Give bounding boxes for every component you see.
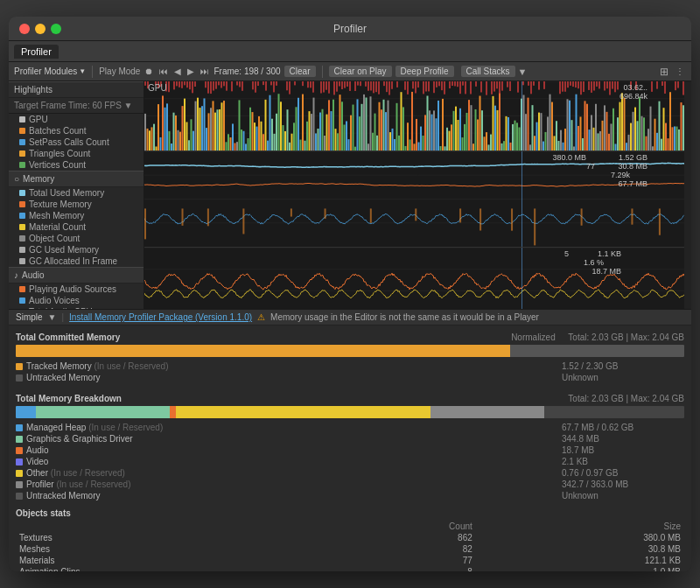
breakdown-bar: [16, 406, 684, 418]
untracked2-name: Untracked Memory: [26, 491, 558, 500]
gc-allocated-frame-item[interactable]: GC Allocated In Frame: [9, 256, 144, 267]
audio-voices-item[interactable]: Audio Voices: [9, 295, 144, 306]
video-name: Video: [26, 457, 558, 466]
modules-button[interactable]: Profiler Modules ▼: [14, 66, 86, 76]
bottom-panel: Simple ▼ | Install Memory Profiler Packa…: [9, 309, 691, 571]
table-row[interactable]: Animation Clips 8 1.0 MB: [16, 566, 684, 571]
cpu-value-2: 696.84k: [620, 92, 648, 101]
other-name: Other (In use / Reserved): [26, 468, 558, 478]
modules-label: Profiler Modules: [14, 66, 77, 76]
simple-label[interactable]: Simple: [16, 312, 43, 322]
meshes-count: 82: [333, 543, 476, 555]
graphics-bar2: [49, 406, 170, 418]
info-bar: Simple ▼ | Install Memory Profiler Packa…: [9, 310, 691, 326]
normalized-right: Normalized Total: 2.03 GB | Max: 2.04 GB: [511, 332, 684, 342]
table-row[interactable]: Meshes 82 30.8 MB: [16, 543, 684, 555]
table-row[interactable]: Textures 862 380.0 MB: [16, 532, 684, 543]
tracked-color-dot: [16, 363, 23, 370]
warning-icon: ⚠: [257, 312, 265, 322]
audio-value-4: 18.7 MB: [592, 267, 621, 276]
tracked-bar-segment: [16, 345, 510, 357]
profiler-value: 342.7 / 363.0 MB: [562, 480, 684, 489]
audio-section-header[interactable]: ♪ Audio: [9, 267, 144, 284]
breakdown-right: Total: 2.03 GB | Max: 2.04 GB: [568, 394, 684, 403]
tracked-memory-name: Tracked Memory (In use / Reserved): [26, 361, 558, 371]
graphics-bar: [36, 406, 49, 418]
graphics-dot: [16, 436, 23, 443]
batches-count-dot: [19, 128, 25, 134]
textures-size: 380.0 MB: [476, 532, 684, 543]
texture-memory-item[interactable]: Texture Memory: [9, 199, 144, 210]
profiler-tab[interactable]: Profiler: [14, 45, 59, 59]
playing-audio-dot: [19, 286, 25, 292]
step-back-button[interactable]: ◀: [172, 66, 183, 76]
materials-count: 77: [333, 555, 476, 566]
install-label[interactable]: Install Memory Profiler Package (Version…: [69, 312, 252, 322]
record-button[interactable]: ⏺: [143, 66, 155, 76]
gpu-item[interactable]: GPU: [9, 114, 144, 125]
animation-clips-label: Animation Clips: [16, 566, 333, 571]
meshes-label: Meshes: [16, 543, 333, 555]
texture-memory-dot: [19, 201, 25, 207]
separator2: [322, 66, 323, 78]
arrow-down-icon: ▼: [518, 66, 528, 77]
clear-on-play-button[interactable]: Clear on Play: [329, 66, 392, 77]
other-detail: (In use / Reserved): [51, 468, 125, 478]
close-button[interactable]: [19, 24, 30, 34]
step-forward-button[interactable]: ▶: [186, 66, 196, 76]
managed-heap-detail: (In use / Reserved): [88, 423, 163, 432]
scrollbar[interactable]: [684, 81, 691, 309]
tracked-detail: (In use / Reserved): [94, 361, 168, 371]
graphics-row: Graphics & Graphics Driver 344.8 MB: [16, 433, 684, 444]
mesh-memory-item[interactable]: Mesh Memory: [9, 210, 144, 221]
video-row: Video 2.1 KB: [16, 456, 684, 467]
object-count-item[interactable]: Object Count: [9, 233, 144, 244]
managed-heap-row: Managed Heap (In use / Reserved) 67.7 MB…: [16, 422, 684, 433]
total-committed-section: Total Committed Memory Normalized Total:…: [9, 326, 691, 387]
setpass-count-item[interactable]: SetPass Calls Count: [9, 136, 144, 148]
target-frame[interactable]: Target Frame Time: 60 FPS ▼: [9, 98, 144, 114]
objects-stats-section: Objects stats Count Size Textures 862: [9, 505, 691, 571]
tab-bar: Profiler: [9, 41, 691, 62]
tracked-memory-value: 1.52 / 2.30 GB: [562, 361, 684, 371]
audio-value-2: 5: [564, 249, 569, 258]
animation-clips-count: 8: [333, 566, 476, 571]
vertices-count-item[interactable]: Vertices Count: [9, 159, 144, 171]
untracked-color-dot: [16, 374, 23, 382]
call-stacks-button[interactable]: Call Stacks: [461, 66, 515, 77]
managed-heap-value: 67.7 MB / 0.62 GB: [562, 423, 684, 432]
audio-breakdown-row: Audio 18.7 MB: [16, 444, 684, 456]
untracked2-row: Untracked Memory Unknown: [16, 490, 684, 501]
chevron-down-icon: ▼: [79, 67, 86, 75]
clear-button[interactable]: Clear: [284, 66, 316, 77]
layout-button[interactable]: ⊞: [658, 66, 670, 78]
graphics-value: 344.8 MB: [562, 434, 684, 444]
maximize-button[interactable]: [51, 24, 61, 34]
untracked-memory-value: Unknown: [562, 373, 684, 382]
materials-size: 121.1 KB: [476, 555, 684, 566]
highlights-section-header[interactable]: Highlights: [9, 81, 144, 98]
audio-icon: ♪: [14, 270, 18, 280]
next-frame-button[interactable]: ⏭: [199, 66, 211, 76]
total-used-memory-item[interactable]: Total Used Memory: [9, 187, 144, 199]
cpu-graph-section: GPU 03.62.. 696.84k: [144, 81, 691, 151]
untracked2-value: Unknown: [562, 491, 684, 500]
playing-audio-item[interactable]: Playing Audio Sources: [9, 284, 144, 295]
gc-used-memory-item[interactable]: GC Used Memory: [9, 244, 144, 256]
prev-frame-button[interactable]: ⏮: [158, 66, 170, 76]
managed-heap-name: Managed Heap (In use / Reserved): [26, 423, 558, 432]
col-name-header: [16, 521, 333, 532]
triangles-count-item[interactable]: Triangles Count: [9, 148, 144, 159]
other-bar: [176, 406, 430, 418]
untracked-memory-name: Untracked Memory: [26, 373, 558, 382]
content-area: Highlights Target Frame Time: 60 FPS ▼ G…: [9, 81, 691, 571]
options-button[interactable]: ⋮: [674, 66, 686, 76]
minimize-button[interactable]: [35, 24, 46, 34]
deep-profile-button[interactable]: Deep Profile: [396, 66, 454, 77]
memory-section-header[interactable]: ○ Memory: [9, 171, 144, 187]
material-count-item[interactable]: Material Count: [9, 221, 144, 233]
table-row[interactable]: Materials 77 121.1 KB: [16, 555, 684, 566]
batches-count-item[interactable]: Batches Count: [9, 125, 144, 136]
warning-text: Memory usage in the Editor is not the sa…: [270, 312, 539, 322]
material-count-dot: [19, 224, 25, 230]
